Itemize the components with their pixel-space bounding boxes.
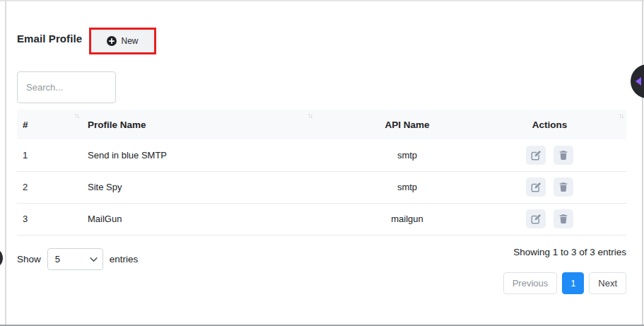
table-header-row: # ↑↓ Profile Name ↑↓ API Name Actions ↑↓ <box>17 110 626 139</box>
page-title: Email Profile <box>17 33 82 45</box>
arrow-left-icon <box>636 77 641 86</box>
edit-icon <box>531 150 541 161</box>
pagination: Previous 1 Next <box>503 272 626 294</box>
column-header-actions[interactable]: Actions ↑↓ <box>499 110 626 139</box>
table-row: 1 Send in blue SMTP smtp <box>17 139 626 171</box>
delete-button[interactable] <box>554 177 573 197</box>
table-row: 3 MailGun mailgun <box>17 203 626 235</box>
sort-icon[interactable]: ↑↓ <box>619 112 623 120</box>
entries-label: entries <box>110 254 139 264</box>
column-header-index[interactable]: # ↑↓ <box>17 110 82 139</box>
plus-circle-icon <box>107 36 117 46</box>
next-page-button[interactable]: Next <box>589 272 626 294</box>
show-entries-control: Show 5 entries <box>17 248 138 270</box>
show-label: Show <box>17 254 41 264</box>
delete-button[interactable] <box>554 209 573 228</box>
trash-icon <box>558 182 568 192</box>
edit-icon <box>531 182 541 192</box>
table-info: Showing 1 to 3 of 3 entries <box>513 247 626 257</box>
actions-cell <box>499 139 626 171</box>
trash-icon <box>558 150 568 161</box>
window-top-border <box>0 0 644 1</box>
search-input[interactable] <box>17 71 116 103</box>
table-row: 2 Site Spy smtp <box>17 171 626 203</box>
api-name-cell: mailgun <box>315 203 499 235</box>
window-left-border <box>5 0 6 326</box>
edit-button[interactable] <box>526 209 546 228</box>
edit-button[interactable] <box>526 146 546 165</box>
sort-icon[interactable]: ↑↓ <box>74 112 78 120</box>
row-index: 1 <box>17 139 82 171</box>
actions-cell <box>499 171 626 203</box>
profile-name-cell: MailGun <box>82 203 315 235</box>
api-name-cell: smtp <box>315 171 499 203</box>
new-button[interactable]: New <box>91 30 154 52</box>
new-button-highlight-box: New <box>89 28 156 54</box>
previous-page-button[interactable]: Previous <box>503 272 558 294</box>
actions-cell <box>499 203 626 235</box>
column-header-api-name[interactable]: API Name <box>315 110 499 139</box>
new-button-label: New <box>121 36 138 46</box>
api-name-cell: smtp <box>315 139 499 171</box>
window-right-border <box>642 0 643 326</box>
page-1-button[interactable]: 1 <box>562 272 584 294</box>
edge-floating-button[interactable] <box>0 248 3 269</box>
entries-per-page-select[interactable]: 5 <box>47 248 103 270</box>
row-index: 2 <box>17 171 82 203</box>
profile-name-cell: Site Spy <box>82 171 315 203</box>
column-header-profile-name[interactable]: Profile Name ↑↓ <box>82 110 315 139</box>
delete-button[interactable] <box>554 146 573 165</box>
profile-name-cell: Send in blue SMTP <box>82 139 315 171</box>
trash-icon <box>558 214 568 224</box>
email-profile-table: # ↑↓ Profile Name ↑↓ API Name Actions ↑↓… <box>17 110 626 235</box>
edit-icon <box>531 214 541 224</box>
settings-toggle-button[interactable] <box>631 64 644 98</box>
edit-button[interactable] <box>526 177 546 197</box>
row-index: 3 <box>17 203 82 235</box>
sort-icon[interactable]: ↑↓ <box>308 112 312 120</box>
